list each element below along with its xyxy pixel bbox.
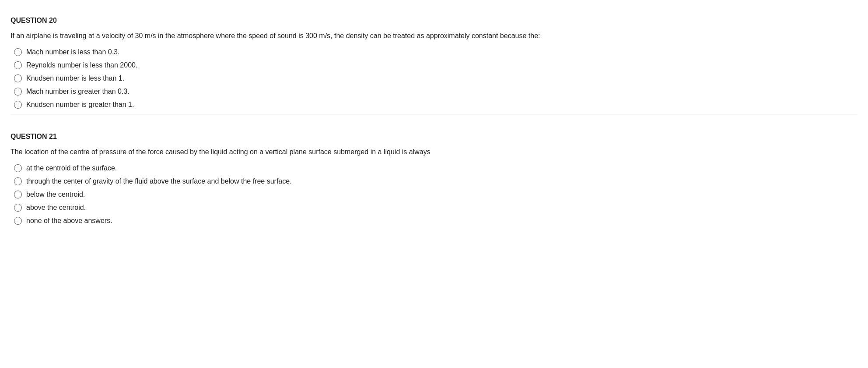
question-21-option-label-0: at the centroid of the surface.	[26, 164, 117, 172]
question-20-radio-4[interactable]	[14, 101, 22, 109]
question-21-radio-3[interactable]	[14, 204, 22, 212]
question-21-radio-4[interactable]	[14, 217, 22, 225]
question-20-text: If an airplane is traveling at a velocit…	[10, 31, 842, 41]
question-21: QUESTION 21The location of the centre of…	[10, 125, 858, 241]
question-21-title: QUESTION 21	[10, 133, 858, 141]
question-20-option-label-4: Knudsen number is greater than 1.	[26, 101, 134, 109]
question-21-option-label-2: below the centroid.	[26, 191, 85, 198]
question-20-radio-0[interactable]	[14, 48, 22, 56]
question-20-option-label-2: Knudsen number is less than 1.	[26, 74, 124, 82]
question-21-radio-0[interactable]	[14, 164, 22, 172]
question-20-option-0[interactable]: Mach number is less than 0.3.	[14, 48, 858, 56]
question-20-title: QUESTION 20	[10, 17, 858, 25]
question-20-option-1[interactable]: Reynolds number is less than 2000.	[14, 61, 858, 69]
question-20-radio-3[interactable]	[14, 88, 22, 96]
question-20-option-label-3: Mach number is greater than 0.3.	[26, 88, 130, 96]
question-21-options-list: at the centroid of the surface.through t…	[14, 164, 858, 225]
question-20-option-3[interactable]: Mach number is greater than 0.3.	[14, 88, 858, 96]
question-20: QUESTION 20If an airplane is traveling a…	[10, 9, 858, 125]
question-21-option-label-1: through the center of gravity of the flu…	[26, 177, 292, 185]
question-20-option-label-0: Mach number is less than 0.3.	[26, 48, 119, 56]
page-container: QUESTION 20If an airplane is traveling a…	[0, 0, 868, 249]
question-21-radio-1[interactable]	[14, 177, 22, 185]
question-21-option-0[interactable]: at the centroid of the surface.	[14, 164, 858, 172]
question-20-option-4[interactable]: Knudsen number is greater than 1.	[14, 101, 858, 109]
question-21-option-2[interactable]: below the centroid.	[14, 191, 858, 198]
question-20-radio-1[interactable]	[14, 61, 22, 69]
question-21-option-4[interactable]: none of the above answers.	[14, 217, 858, 225]
divider-0	[10, 114, 858, 114]
question-21-option-3[interactable]: above the centroid.	[14, 204, 858, 212]
question-20-option-2[interactable]: Knudsen number is less than 1.	[14, 74, 858, 82]
question-21-option-label-3: above the centroid.	[26, 204, 86, 212]
question-21-option-label-4: none of the above answers.	[26, 217, 112, 225]
question-20-radio-2[interactable]	[14, 74, 22, 82]
question-21-text: The location of the centre of pressure o…	[10, 147, 842, 157]
question-20-options-list: Mach number is less than 0.3.Reynolds nu…	[14, 48, 858, 109]
question-21-option-1[interactable]: through the center of gravity of the flu…	[14, 177, 858, 185]
question-21-radio-2[interactable]	[14, 191, 22, 198]
question-20-option-label-1: Reynolds number is less than 2000.	[26, 61, 137, 69]
